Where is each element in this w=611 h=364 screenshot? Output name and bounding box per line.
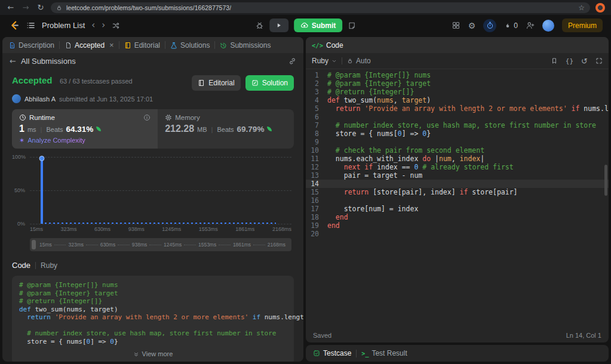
code-line[interactable]: 14	[306, 180, 609, 188]
address-bar[interactable]: leetcode.com/problems/two-sum/submission…	[51, 2, 590, 13]
code-line[interactable]: 5 return 'Provide an array with length 2…	[306, 104, 609, 113]
chart-range-brush[interactable]: 15ms323ms630ms938ms1245ms1553ms1861ms216…	[30, 238, 291, 251]
next-problem-icon[interactable]: ›	[102, 21, 105, 30]
line-number: 15	[306, 188, 327, 196]
language-select[interactable]: Ruby	[312, 57, 337, 65]
editorial-button[interactable]: Editorial	[192, 75, 240, 91]
tab-divider	[59, 41, 60, 49]
layout-grid-icon[interactable]	[452, 21, 460, 30]
solution-button[interactable]: Solution	[245, 75, 294, 91]
format-code-icon[interactable]: {}	[566, 57, 573, 65]
code-line[interactable]: 2# @param {Integer} target	[306, 79, 609, 88]
code-line[interactable]: 8 store = { nums[0] => 0}	[306, 129, 609, 138]
copy-link-icon[interactable]	[288, 57, 296, 65]
notes-icon[interactable]	[348, 21, 356, 30]
x-axis-label: 15ms	[30, 226, 43, 232]
leetcode-logo[interactable]	[8, 20, 20, 31]
code-line[interactable]: 1# @param {Integer[]} nums	[306, 71, 609, 79]
code-line[interactable]: 6	[306, 113, 609, 121]
browser-profile-avatar[interactable]	[595, 3, 605, 13]
streak-count: 0	[514, 21, 518, 30]
code-line[interactable]: 9	[306, 138, 609, 146]
settings-gear-icon[interactable]: ⚙	[468, 21, 476, 30]
author-avatar[interactable]	[12, 94, 21, 103]
browser-back-icon[interactable]: ←	[6, 3, 16, 12]
author-name[interactable]: Abhilash A	[24, 95, 56, 103]
code-line[interactable]: 12 next if index == 0 # already stored f…	[306, 163, 609, 171]
brush-labels: 15ms323ms630ms938ms1245ms1553ms1861ms216…	[39, 242, 285, 248]
code-line[interactable]: 13 pair = target - num	[306, 171, 609, 180]
tab-editorial[interactable]: Editorial	[124, 41, 160, 50]
tab-submissions[interactable]: Submissions	[220, 41, 271, 50]
line-number: 14	[306, 180, 327, 188]
code-line[interactable]: 7 # number index store, use hash map, st…	[306, 121, 609, 129]
code-line	[19, 322, 287, 330]
tab-description[interactable]: Description	[8, 41, 54, 50]
premium-button[interactable]: Premium	[562, 18, 603, 32]
browser-forward-icon[interactable]: →	[21, 3, 30, 12]
code-line[interactable]: 18 end	[306, 213, 609, 221]
submitted-at: submitted at Jun 13, 2025 17:01	[59, 95, 153, 103]
user-plus-icon[interactable]	[526, 21, 535, 30]
code-line[interactable]: 4def two_sum(nums, target)	[306, 96, 609, 104]
current-submission-marker	[39, 156, 44, 161]
run-button[interactable]	[269, 18, 288, 32]
submissions-history-icon	[220, 42, 227, 49]
auto-toggle[interactable]: Auto	[347, 57, 371, 65]
fullscreen-icon[interactable]	[595, 57, 603, 64]
code-line[interactable]: 10 # check the pair from second element	[306, 146, 609, 155]
brush-handle[interactable]	[32, 240, 36, 249]
code-line: # number index store, use hash map, stor…	[19, 329, 287, 338]
brush-label: 15ms	[39, 242, 52, 248]
shuffle-icon[interactable]	[112, 21, 120, 30]
tab-solutions[interactable]: Solutions	[170, 41, 210, 50]
memory-stat[interactable]: Memory 212.28 MB | Beats 69.79%	[158, 109, 294, 149]
timer-stopwatch-icon[interactable]	[483, 19, 496, 32]
back-arrow-icon[interactable]: ←	[10, 57, 16, 66]
tab-testcase[interactable]: Testcase	[313, 349, 351, 357]
runtime-stat[interactable]: Runtime 1 ms | Beats 64.31% ✶ Analyze Co…	[12, 109, 158, 149]
code-line[interactable]: 19end	[306, 221, 609, 230]
browser-reload-icon[interactable]: ↻	[36, 3, 45, 12]
debug-icon[interactable]	[255, 21, 264, 30]
code-line: # @param {Integer[]} nums	[19, 281, 287, 289]
runtime-distribution-chart[interactable]: 100% 50% 0%	[12, 157, 294, 224]
close-icon[interactable]: ×	[109, 41, 114, 49]
code-line[interactable]: 20	[306, 230, 609, 238]
memory-chip-icon	[165, 114, 172, 121]
x-axis-label: 2168ms	[272, 226, 291, 232]
brush-label: 630ms	[100, 242, 116, 248]
line-number: 13	[306, 171, 327, 180]
tab-divider	[119, 41, 119, 49]
code-line[interactable]: 17 store[num] = index	[306, 205, 609, 213]
bookmark-star-icon[interactable]: ☆	[578, 4, 585, 12]
code-line[interactable]: 11 nums.each_with_index do |num, index|	[306, 155, 609, 163]
all-submissions-link[interactable]: All Submissions	[21, 57, 76, 66]
daily-streak[interactable]: 0	[504, 21, 518, 30]
reset-code-icon[interactable]: ↺	[581, 57, 588, 65]
view-more-label: View more	[142, 350, 173, 359]
prev-problem-icon[interactable]: ‹	[91, 21, 95, 30]
code-line[interactable]: 16	[306, 196, 609, 205]
analyze-complexity-button[interactable]: ✶ Analyze Complexity	[19, 137, 151, 144]
problem-list-link[interactable]: Problem List	[42, 21, 85, 30]
code-editor[interactable]: 1# @param {Integer[]} nums2# @param {Int…	[306, 69, 609, 328]
user-avatar[interactable]	[542, 20, 554, 32]
highlighted-runtime-bar[interactable]	[41, 159, 43, 224]
tab-accepted[interactable]: Accepted ×	[65, 41, 114, 50]
submit-button[interactable]: Submit	[294, 18, 343, 32]
solution-button-icon	[251, 79, 259, 87]
view-more-button[interactable]: View more	[19, 346, 287, 362]
tab-code[interactable]: </> Code	[312, 41, 343, 50]
tab-label: Editorial	[134, 41, 160, 50]
editor-scrollbar[interactable]	[604, 165, 607, 196]
runtime-beats: 64.31%	[66, 125, 94, 134]
info-icon[interactable]	[143, 114, 151, 121]
tab-test-result[interactable]: >_ Test Result	[361, 349, 407, 357]
code-line[interactable]: 15 return [store[pair], index] if store[…	[306, 188, 609, 196]
code-line[interactable]: 3# @return {Integer[]}	[306, 88, 609, 96]
code-line: # @param {Integer} target	[19, 289, 287, 298]
line-number: 17	[306, 205, 327, 213]
brush-label: 2168ms	[268, 242, 285, 248]
bookmark-icon[interactable]	[551, 57, 558, 64]
